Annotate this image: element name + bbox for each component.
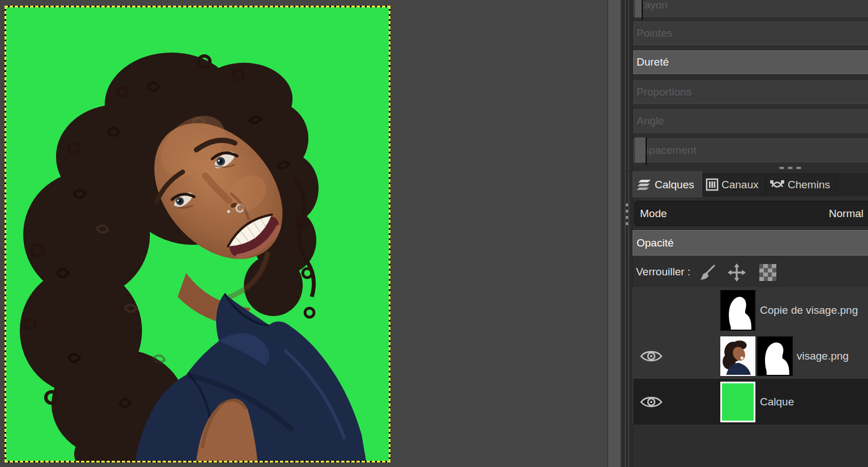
slider-label: Dureté	[637, 56, 669, 68]
layer-name: Copie de visage.png	[760, 304, 858, 317]
slider-caret	[642, 0, 643, 20]
tab-label: Calques	[655, 179, 694, 191]
tab-chemins[interactable]: Chemins	[766, 173, 836, 196]
mask-silhouette	[721, 291, 754, 330]
layer-mode-select[interactable]: Mode Normal	[634, 201, 868, 226]
layer-row-copie-de-visage[interactable]: Copie de visage.png	[633, 287, 868, 334]
lock-row: Verrouiller :	[622, 259, 868, 286]
paths-icon	[770, 179, 785, 190]
layer-row-visage[interactable]: visage.png	[633, 334, 868, 379]
lock-position-button[interactable]	[728, 263, 746, 282]
layer-mask-thumbnail[interactable]	[720, 290, 755, 331]
layer-row-calque[interactable]: Calque	[633, 379, 868, 425]
canvas-area[interactable]	[0, 0, 607, 467]
tab-label: Canaux	[721, 179, 759, 191]
lock-paint-button[interactable]	[698, 263, 716, 282]
canvas-image[interactable]	[6, 7, 389, 461]
panel-drag-dots-icon[interactable]	[626, 204, 629, 228]
layers-icon	[636, 179, 652, 191]
lock-label: Verrouiller :	[636, 266, 690, 278]
dock-resize-handle-icon[interactable]	[779, 167, 801, 169]
layer-image-thumbnail[interactable]	[720, 336, 755, 376]
tab-canaux[interactable]: Canaux	[702, 173, 766, 196]
slider-proportions[interactable]: Proportions	[633, 80, 868, 104]
layer-name: visage.png	[797, 350, 849, 362]
slider-angle[interactable]: Angle	[633, 109, 868, 133]
opacity-slider[interactable]: Opacité	[633, 230, 868, 256]
layer-boundary	[5, 6, 390, 462]
mode-label: Mode	[640, 207, 667, 220]
move-icon	[728, 263, 746, 282]
slider-durete[interactable]: Dureté	[633, 50, 868, 74]
slider-label: Pointes	[637, 27, 672, 40]
slider-espacement[interactable]: Espacement	[633, 139, 868, 162]
right-dock: Rayon Pointes Dureté Proportions Angle E…	[622, 0, 868, 467]
visibility-eye-icon[interactable]	[640, 395, 663, 409]
slider-caret	[646, 137, 647, 165]
tab-label: Chemins	[788, 179, 830, 191]
opacity-label: Opacité	[637, 237, 673, 249]
tab-calques[interactable]: Calques	[633, 171, 702, 197]
slider-label: Angle	[637, 115, 664, 127]
mini-portrait	[721, 338, 754, 375]
alpha-checker-icon	[759, 264, 776, 281]
visibility-eye-icon[interactable]	[640, 349, 663, 364]
dock-splitter[interactable]	[607, 0, 622, 467]
mode-value: Normal	[829, 207, 863, 220]
layer-list: Copie de visage.png	[633, 287, 868, 425]
layer-color-thumbnail[interactable]	[720, 382, 755, 422]
lock-alpha-button[interactable]	[759, 263, 777, 282]
gimp-workspace: Rayon Pointes Dureté Proportions Angle E…	[0, 0, 868, 467]
slider-pointes[interactable]: Pointes	[633, 21, 868, 45]
slider-label: Proportions	[637, 86, 691, 98]
slider-rayon[interactable]: Rayon	[633, 0, 868, 17]
paintbrush-icon	[699, 264, 716, 281]
layer-mask-thumbnail[interactable]	[757, 336, 793, 376]
channels-icon	[706, 178, 719, 191]
mask-silhouette	[758, 338, 792, 375]
dock-grip[interactable]	[622, 0, 633, 467]
layer-name: Calque	[760, 396, 794, 408]
